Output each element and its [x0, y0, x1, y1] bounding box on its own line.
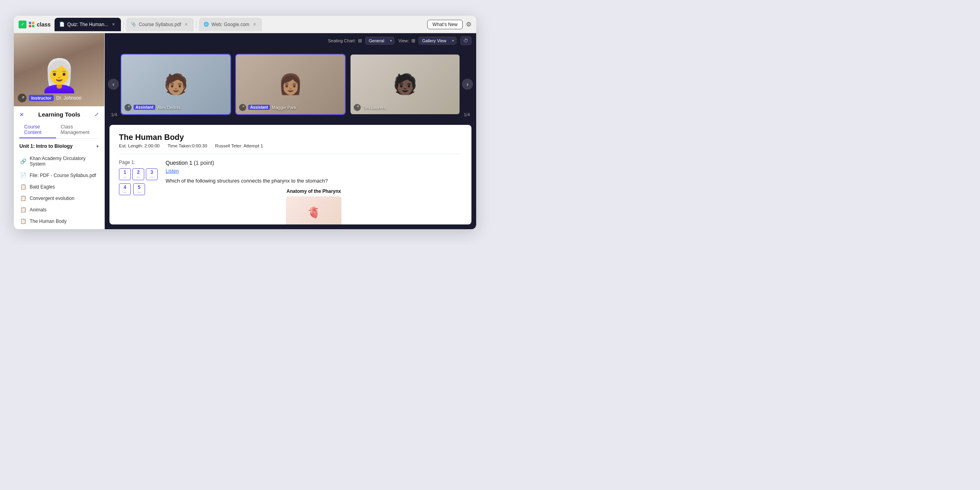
seating-chart-label: Seating Chart: [328, 38, 356, 43]
tab-quiz[interactable]: 📄 Quiz: The Human... ✕ [55, 18, 121, 31]
doc-icon-3: 📋 [20, 207, 26, 213]
doc-icon-2: 📋 [20, 195, 26, 201]
course-item-bald-eagles[interactable]: 📋 Bald Eagles [19, 181, 99, 192]
page-indicator-left: 1/4 [111, 112, 117, 117]
question-text: Which of the following structures connec… [166, 178, 462, 184]
google-tab-close[interactable]: ✕ [252, 22, 257, 27]
quiz-page-label: Page 1: [119, 160, 158, 165]
google-tab-icon: 🌐 [204, 22, 209, 27]
syllabus-tab-close[interactable]: ✕ [183, 22, 189, 27]
course-item-label: Khan Academy Circulatory System [30, 156, 98, 167]
doc-icon-4: 📋 [20, 218, 26, 224]
course-item-human-body[interactable]: 📋 The Human Body [19, 215, 99, 227]
tab-separator-1 [123, 21, 124, 28]
instructor-badge: Instructor [29, 95, 54, 101]
maggie-name: Maggie Park [272, 105, 296, 110]
maggie-mic-icon: 🎤 [239, 104, 246, 111]
quiz-pages: 1— 2— 3— [119, 168, 158, 195]
course-item-label: File: PDF - Course Syllabus.pdf [30, 173, 96, 178]
tabs-area: 📄 Quiz: The Human... ✕ 📎 Course Syllabus… [55, 18, 424, 31]
tab-course-content[interactable]: Course Content [19, 122, 56, 138]
quiz-attempt: Russell Teter: Attempt 1 [215, 143, 263, 148]
quiz-est-length: Est. Length: 2:00:00 [119, 143, 160, 148]
course-item-label: Convergent evolution [30, 196, 74, 201]
video-nav-left[interactable]: ‹ [108, 79, 119, 90]
quiz-tab-icon: 📄 [59, 22, 65, 27]
alex-label: 🎤 Assistant Alex Dennis [124, 104, 181, 111]
quiz-meta: Est. Length: 2:00:00 Time Taken:0:00:30 … [119, 143, 462, 148]
seating-chart-select[interactable]: General [365, 37, 394, 45]
maggie-badge: Assistant [248, 105, 270, 110]
participant-card-tim: 🧑🏿 🎤 Tim Laurent [350, 54, 460, 115]
google-tab-label: Web: Google.com [211, 22, 249, 27]
quiz-tab-label: Quiz: The Human... [67, 22, 108, 27]
learning-tools-expand[interactable]: ⤢ [94, 111, 99, 117]
page-indicator-right: 1/4 [464, 112, 470, 117]
quiz-layout: Page 1: 1— 2— [119, 160, 462, 224]
course-item-khan[interactable]: 🔗 Khan Academy Circulatory System [19, 153, 99, 170]
video-nav-right[interactable]: › [462, 79, 473, 90]
page-cell-1[interactable]: 1— [119, 168, 131, 180]
tim-label: 🎤 Tim Laurent [354, 104, 386, 111]
quiz-time-taken: Time Taken:0:00:30 [168, 143, 207, 148]
browser-logo: ✓ class [19, 21, 51, 28]
view-label: View: [398, 38, 409, 43]
learning-tools-header: ✕ Learning Tools ⤢ [19, 111, 99, 118]
page-cell-4[interactable]: 4— [119, 183, 131, 195]
learning-tools-close[interactable]: ✕ [19, 111, 24, 118]
participant-card-maggie: 👩🏽 🎤 Assistant Maggie Park [235, 54, 346, 115]
instructor-name: Dr. Johnson [56, 95, 81, 101]
tab-separator-2 [196, 21, 196, 28]
left-panel: 👩‍🦳 🎤 Instructor Dr. Johnson ✕ Learning … [14, 33, 105, 229]
course-item-label: Bald Eagles [30, 184, 55, 190]
video-conference: Seating Chart: ⊞ General ▾ View: ⊞ [105, 33, 476, 120]
page-grid-top: 1— 2— 3— [119, 168, 158, 180]
alex-badge: Assistant [134, 105, 155, 110]
browser-actions: What's New ⚙ [427, 20, 471, 29]
seating-chart-select-wrap: General ▾ [365, 37, 394, 45]
instructor-label: 🎤 Instructor Dr. Johnson [18, 94, 81, 102]
whats-new-button[interactable]: What's New [427, 20, 463, 29]
instructor-video: 👩‍🦳 🎤 Instructor Dr. Johnson [14, 33, 104, 106]
quiz-tab-close[interactable]: ✕ [111, 22, 116, 27]
shield-icon: ✓ [19, 21, 26, 28]
gear-icon[interactable]: ⚙ [466, 21, 471, 28]
quiz-area: The Human Body Est. Length: 2:00:00 Time… [105, 120, 476, 229]
page-cell-5[interactable]: 5— [133, 183, 145, 195]
view-select[interactable]: Gallery View [418, 37, 456, 45]
course-item-convergent[interactable]: 📋 Convergent evolution [19, 192, 99, 204]
browser-chrome: ✓ class 📄 Quiz: The Human... ✕ 📎 Course … [14, 16, 476, 33]
view-select-wrap: Gallery View ▾ [418, 37, 456, 45]
quiz-pages-panel: Page 1: 1— 2— [119, 160, 158, 224]
unit-header[interactable]: Unit 1: Intro to Biology ▾ [19, 143, 99, 149]
page-cell-2[interactable]: 2— [132, 168, 144, 180]
class-logo: class [29, 21, 51, 28]
tim-mic-icon: 🎤 [354, 104, 361, 111]
question-points: (1 point) [194, 160, 214, 166]
anatomy-image-label: Anatomy of the Pharynx [166, 188, 462, 194]
course-item-animals[interactable]: 📋 Animals [19, 204, 99, 215]
quiz-title: The Human Body [119, 133, 462, 142]
alex-name: Alex Dennis [157, 105, 181, 110]
course-item-syllabus[interactable]: 📄 File: PDF - Course Syllabus.pdf [19, 170, 99, 181]
doc-icon: 📋 [20, 184, 26, 190]
unit-title: Unit 1: Intro to Biology [19, 143, 73, 149]
tab-class-management[interactable]: Class Management [56, 122, 99, 138]
page-grid-bottom: 4— 5— [119, 183, 146, 195]
tab-syllabus[interactable]: 📎 Course Syllabus.pdf ✕ [126, 18, 194, 31]
view-control: View: ⊞ Gallery View ▾ [398, 37, 456, 45]
question-number: Question 1 (1 point) [166, 160, 462, 166]
alex-mic-icon: 🎤 [124, 104, 132, 111]
tab-google[interactable]: 🌐 Web: Google.com ✕ [199, 18, 262, 31]
course-items-list: 🔗 Khan Academy Circulatory System 📄 File… [19, 153, 99, 229]
page-cell-3[interactable]: 3— [146, 168, 158, 180]
syllabus-tab-label: Course Syllabus.pdf [139, 22, 181, 27]
instructor-mic-icon: 🎤 [18, 94, 26, 102]
maggie-label: 🎤 Assistant Maggie Park [239, 104, 296, 111]
timer-button[interactable]: ⏱ [460, 36, 471, 45]
vc-toolbar: Seating Chart: ⊞ General ▾ View: ⊞ [105, 33, 476, 48]
learning-tools-title: Learning Tools [38, 111, 80, 118]
listen-link[interactable]: Listen [166, 168, 462, 174]
browser-window: ✓ class 📄 Quiz: The Human... ✕ 📎 Course … [14, 16, 476, 229]
tim-name: Tim Laurent [363, 105, 386, 110]
